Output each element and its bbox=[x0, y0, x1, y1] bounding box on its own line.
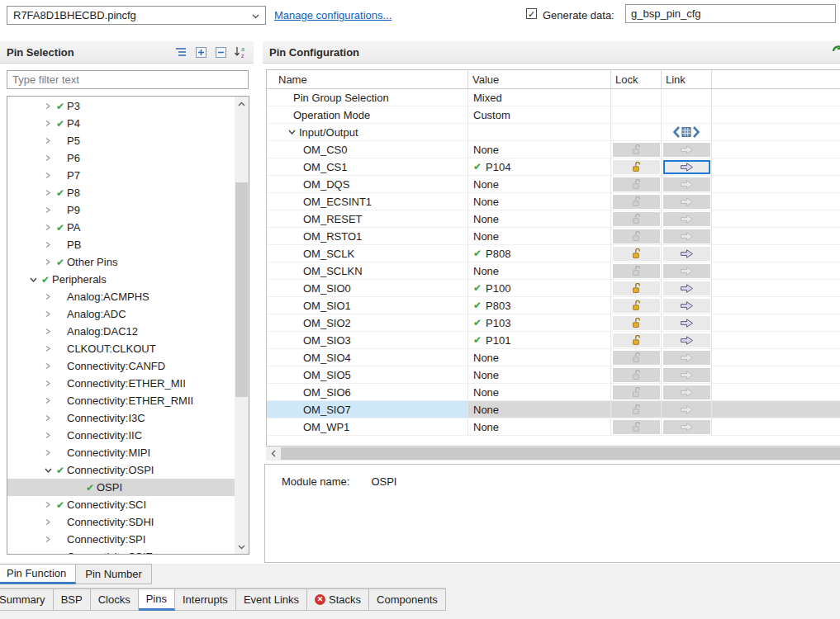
pin-row-om-sio2[interactable]: OM_SIO2✔P103 bbox=[267, 314, 840, 332]
tree-item-pa[interactable]: ✔PA bbox=[7, 219, 235, 236]
pincfg-file-dropdown[interactable]: R7FA8D1BHECBD.pincfg bbox=[7, 6, 266, 25]
lock-button[interactable] bbox=[613, 160, 660, 174]
link-button[interactable] bbox=[663, 368, 710, 382]
page-tab-summary[interactable]: Summary bbox=[0, 588, 54, 611]
page-tab-components[interactable]: Components bbox=[369, 588, 446, 611]
link-button[interactable] bbox=[663, 420, 710, 434]
tree-item-p5[interactable]: ✔P5 bbox=[7, 132, 235, 149]
lock-button[interactable] bbox=[613, 247, 660, 261]
link-button[interactable] bbox=[663, 333, 710, 347]
tree-item-connectivity-iic[interactable]: ✔Connectivity:IIC bbox=[7, 427, 235, 444]
table-horizontal-scrollbar[interactable] bbox=[266, 447, 840, 461]
lock-button[interactable] bbox=[613, 420, 660, 434]
pin-row-pin-group-selection[interactable]: Pin Group SelectionMixed bbox=[267, 89, 840, 106]
collapse-all-icon[interactable] bbox=[214, 45, 227, 59]
lock-button[interactable] bbox=[613, 351, 660, 365]
tree-item-connectivity-canfd[interactable]: ✔Connectivity:CANFD bbox=[7, 357, 235, 375]
tree-item-clkout-clkout[interactable]: ✔CLKOUT:CLKOUT bbox=[7, 340, 235, 357]
pin-row-om-sio4[interactable]: OM_SIO4None bbox=[267, 349, 840, 366]
link-button[interactable] bbox=[663, 351, 710, 365]
lock-button[interactable] bbox=[613, 385, 660, 399]
link-button[interactable] bbox=[663, 299, 710, 313]
lock-button[interactable] bbox=[613, 177, 660, 191]
lock-button[interactable] bbox=[613, 143, 660, 157]
editor-tab-pin-number[interactable]: Pin Number bbox=[76, 564, 152, 584]
tree-item-connectivity-i3c[interactable]: ✔Connectivity:I3C bbox=[7, 409, 235, 427]
tree-item-p4[interactable]: ✔P4 bbox=[7, 115, 235, 132]
lock-button[interactable] bbox=[613, 403, 660, 417]
tree-item-connectivity-spi[interactable]: ✔Connectivity:SPI bbox=[7, 531, 235, 548]
page-tab-event-links[interactable]: Event Links bbox=[236, 588, 307, 611]
tree-item-connectivity-sci[interactable]: ✔Connectivity:SCI bbox=[7, 496, 235, 513]
pin-row-om-sio0[interactable]: OM_SIO0✔P100 bbox=[267, 280, 840, 297]
lock-button[interactable] bbox=[613, 299, 660, 313]
pin-row-om-cs1[interactable]: OM_CS1✔P104 bbox=[267, 158, 840, 176]
lock-button[interactable] bbox=[613, 333, 660, 347]
tree-item-connectivity-ether-rmii[interactable]: ✔Connectivity:ETHER_RMII bbox=[7, 392, 235, 409]
tree-item-analog-dac12[interactable]: ✔Analog:DAC12 bbox=[7, 323, 235, 340]
pin-row-om-cs0[interactable]: OM_CS0None bbox=[267, 141, 840, 158]
link-button[interactable] bbox=[663, 177, 710, 191]
tree-item-ospi[interactable]: ✔OSPI bbox=[7, 479, 235, 496]
lock-button[interactable] bbox=[613, 229, 660, 243]
pin-row-om-wp1[interactable]: OM_WP1None bbox=[267, 418, 840, 436]
link-button[interactable] bbox=[663, 403, 710, 417]
lock-button[interactable] bbox=[613, 264, 660, 278]
pin-row-om-sclk[interactable]: OM_SCLK✔P808 bbox=[267, 245, 840, 262]
pin-row-om-sio5[interactable]: OM_SIO5None bbox=[267, 366, 840, 384]
link-button[interactable] bbox=[663, 160, 710, 174]
lock-button[interactable] bbox=[613, 316, 660, 330]
tree-item-connectivity-sdhi[interactable]: ✔Connectivity:SDHI bbox=[7, 513, 235, 531]
lock-button[interactable] bbox=[613, 195, 660, 209]
generate-data-input[interactable]: g_bsp_pin_cfg bbox=[625, 4, 836, 23]
link-button[interactable] bbox=[663, 264, 710, 278]
pin-row-operation-mode[interactable]: Operation ModeCustom bbox=[267, 106, 840, 124]
link-button[interactable] bbox=[663, 195, 710, 209]
pin-row-om-sio3[interactable]: OM_SIO3✔P101 bbox=[267, 332, 840, 349]
tree-item-p3[interactable]: ✔P3 bbox=[7, 97, 235, 115]
scroll-up-icon[interactable] bbox=[235, 97, 249, 111]
link-button[interactable] bbox=[663, 316, 710, 330]
link-button[interactable] bbox=[663, 143, 710, 157]
scroll-left-icon[interactable] bbox=[266, 447, 280, 461]
cycle-pin-group-icon[interactable] bbox=[831, 43, 840, 59]
tree-filter-input[interactable]: Type filter text bbox=[7, 70, 249, 89]
sort-az-icon[interactable]: az bbox=[234, 45, 247, 59]
lock-button[interactable] bbox=[613, 368, 660, 382]
tree-item-connectivity-ssie[interactable]: ✔Connectivity:SSIE bbox=[7, 548, 235, 555]
page-tab-clocks[interactable]: Clocks bbox=[91, 588, 139, 611]
link-button[interactable] bbox=[663, 229, 710, 243]
tree-item-peripherals[interactable]: ✔Peripherals bbox=[7, 271, 235, 288]
page-tab-interrupts[interactable]: Interrupts bbox=[175, 588, 236, 611]
editor-tab-pin-function[interactable]: Pin Function bbox=[0, 564, 76, 584]
tree-item-analog-acmphs[interactable]: ✔Analog:ACMPHS bbox=[7, 288, 235, 305]
link-button[interactable] bbox=[663, 385, 710, 399]
link-button[interactable] bbox=[663, 281, 710, 295]
lock-button[interactable] bbox=[613, 212, 660, 226]
tree-item-p9[interactable]: ✔P9 bbox=[7, 201, 235, 219]
list-view-icon[interactable] bbox=[174, 45, 187, 59]
tree-item-other-pins[interactable]: ✔Other Pins bbox=[7, 253, 235, 271]
hscrollbar-thumb[interactable] bbox=[281, 447, 840, 460]
tree-item-p8[interactable]: ✔P8 bbox=[7, 184, 235, 201]
link-button[interactable] bbox=[663, 247, 710, 261]
tree-vertical-scrollbar[interactable] bbox=[235, 97, 249, 554]
pin-row-om-rsto1[interactable]: OM_RSTO1None bbox=[267, 228, 840, 245]
scroll-down-icon[interactable] bbox=[235, 540, 249, 554]
tree-item-p7[interactable]: ✔P7 bbox=[7, 167, 235, 184]
tree-item-connectivity-ether-mii[interactable]: ✔Connectivity:ETHER_MII bbox=[7, 375, 235, 392]
tree-scrollbar-thumb[interactable] bbox=[235, 182, 248, 397]
pin-row-om-reset[interactable]: OM_RESETNone bbox=[267, 210, 840, 228]
expand-all-icon[interactable] bbox=[194, 45, 207, 59]
tree-item-pb[interactable]: ✔PB bbox=[7, 236, 235, 253]
generate-data-checkbox[interactable]: ✓ bbox=[526, 8, 537, 19]
pin-row-om-sclkn[interactable]: OM_SCLKNNone bbox=[267, 262, 840, 280]
link-button[interactable] bbox=[663, 212, 710, 226]
pin-row-om-sio6[interactable]: OM_SIO6None bbox=[267, 384, 840, 401]
page-tab-pins[interactable]: Pins bbox=[139, 588, 175, 611]
tree-item-analog-adc[interactable]: ✔Analog:ADC bbox=[7, 305, 235, 323]
page-tab-bsp[interactable]: BSP bbox=[54, 588, 91, 611]
pin-row-input-output[interactable]: Input/Output bbox=[267, 124, 840, 141]
pin-row-om-dqs[interactable]: OM_DQSNone bbox=[267, 176, 840, 193]
pin-row-om-sio1[interactable]: OM_SIO1✔P803 bbox=[267, 297, 840, 314]
